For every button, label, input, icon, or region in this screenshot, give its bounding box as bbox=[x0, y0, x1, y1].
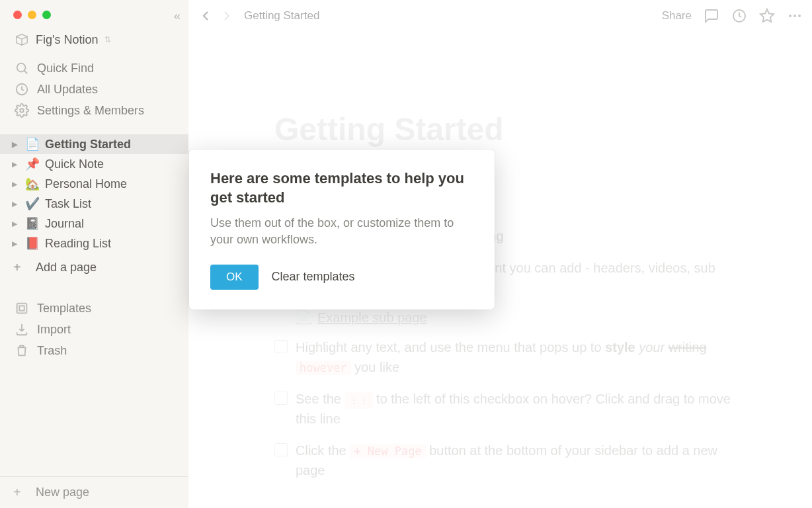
add-page-label: Add a page bbox=[36, 261, 97, 275]
gear-icon bbox=[15, 103, 29, 118]
toggle-triangle-icon[interactable]: ▶ bbox=[12, 200, 24, 208]
page-icon: 📓 bbox=[25, 216, 41, 231]
templates-modal: Here are some templates to help you get … bbox=[189, 149, 495, 310]
sidebar: « Fig's Notion ⇅ Quick Find All Updates bbox=[0, 0, 188, 508]
nav-label: Templates bbox=[37, 302, 91, 316]
sidebar-page-journal[interactable]: ▶ 📓 Journal bbox=[0, 214, 188, 233]
sidebar-page-personal-home[interactable]: ▶ 🏡 Personal Home bbox=[0, 174, 188, 194]
breadcrumb[interactable]: Getting Started bbox=[244, 9, 319, 22]
chevron-updown-icon: ⇅ bbox=[104, 35, 111, 44]
ok-button[interactable]: OK bbox=[210, 265, 259, 290]
templates-icon bbox=[15, 301, 29, 316]
topbar: Getting Started Share bbox=[188, 0, 812, 32]
toggle-triangle-icon[interactable]: ▶ bbox=[12, 180, 24, 189]
svg-line-1 bbox=[24, 71, 28, 74]
svg-point-9 bbox=[793, 15, 796, 17]
svg-point-0 bbox=[17, 64, 26, 72]
nav-import[interactable]: Import bbox=[0, 319, 188, 340]
page-icon: 🏡 bbox=[25, 177, 41, 191]
modal-title: Here are some templates to help you get … bbox=[210, 169, 473, 207]
nav-forward-button[interactable] bbox=[219, 8, 235, 24]
window-controls bbox=[0, 0, 188, 30]
nav-quick-find[interactable]: Quick Find bbox=[0, 58, 188, 79]
sub-page-link[interactable]: 📄 Example sub page bbox=[296, 310, 746, 325]
svg-point-8 bbox=[789, 15, 792, 17]
checkbox[interactable] bbox=[274, 340, 288, 353]
page-icon: 📌 bbox=[25, 157, 41, 171]
sidebar-page-task-list[interactable]: ▶ ✔️ Task List bbox=[0, 194, 188, 214]
nav-label: Import bbox=[37, 323, 71, 337]
search-icon bbox=[15, 61, 29, 75]
svg-marker-7 bbox=[760, 9, 774, 22]
svg-point-10 bbox=[798, 15, 801, 17]
workspace-name: Fig's Notion bbox=[36, 33, 98, 47]
svg-rect-5 bbox=[19, 306, 24, 310]
nav-all-updates[interactable]: All Updates bbox=[0, 79, 188, 100]
nav-label: Quick Find bbox=[37, 62, 94, 75]
page-label: Quick Note bbox=[45, 157, 104, 171]
nav-templates[interactable]: Templates bbox=[0, 298, 188, 319]
trash-icon bbox=[15, 343, 29, 358]
todo-text: Highlight any text, and use the menu tha… bbox=[296, 337, 746, 377]
drag-handle-icon: ⋮⋮ bbox=[345, 392, 373, 409]
todo-text: See the ⋮⋮ to the left of this checkbox … bbox=[296, 389, 746, 429]
nav-trash[interactable]: Trash bbox=[0, 340, 188, 361]
nav-label: Trash bbox=[37, 344, 67, 358]
nav-settings-members[interactable]: Settings & Members bbox=[0, 100, 188, 121]
updates-icon[interactable] bbox=[731, 8, 747, 24]
svg-rect-4 bbox=[17, 304, 27, 314]
maximize-window-button[interactable] bbox=[42, 11, 51, 19]
toggle-triangle-icon[interactable]: ▶ bbox=[12, 220, 24, 228]
favorite-icon[interactable] bbox=[759, 8, 775, 24]
nav-label: All Updates bbox=[37, 83, 98, 97]
toggle-triangle-icon[interactable]: ▶ bbox=[12, 160, 24, 169]
modal-description: Use them out of the box, or customize th… bbox=[210, 215, 473, 248]
clock-icon bbox=[15, 82, 29, 97]
page-label: Personal Home bbox=[45, 177, 127, 191]
page-icon: 📄 bbox=[25, 137, 41, 151]
checkbox[interactable] bbox=[274, 443, 288, 456]
todo-item[interactable]: Click the + New Page button at the botto… bbox=[274, 441, 746, 480]
todo-item[interactable]: Highlight any text, and use the menu tha… bbox=[274, 337, 746, 377]
todo-item[interactable]: See the ⋮⋮ to the left of this checkbox … bbox=[274, 389, 746, 429]
plus-icon: + bbox=[13, 260, 28, 275]
sidebar-page-reading-list[interactable]: ▶ 📕 Reading List bbox=[0, 233, 188, 253]
page-label: Getting Started bbox=[45, 138, 131, 151]
todo-text: Click the + New Page button at the botto… bbox=[296, 441, 746, 480]
sidebar-page-quick-note[interactable]: ▶ 📌 Quick Note bbox=[0, 154, 188, 174]
svg-point-3 bbox=[20, 108, 24, 112]
add-page-button[interactable]: + Add a page bbox=[0, 256, 188, 279]
workspace-switcher[interactable]: Fig's Notion ⇅ bbox=[0, 30, 188, 56]
clear-templates-button[interactable]: Clear templates bbox=[272, 270, 355, 284]
nav-label: Settings & Members bbox=[37, 104, 144, 118]
minimize-window-button[interactable] bbox=[28, 11, 36, 19]
checkbox[interactable] bbox=[274, 392, 288, 405]
share-button[interactable]: Share bbox=[662, 9, 692, 22]
collapse-sidebar-icon[interactable]: « bbox=[174, 9, 181, 23]
page-label: Reading List bbox=[45, 237, 111, 251]
page-icon: ✔️ bbox=[25, 196, 41, 211]
comments-icon[interactable] bbox=[704, 8, 719, 24]
nav-back-button[interactable] bbox=[198, 8, 214, 24]
toggle-triangle-icon[interactable]: ▶ bbox=[12, 140, 24, 149]
page-icon: 📄 bbox=[296, 310, 312, 325]
sidebar-page-getting-started[interactable]: ▶ 📄 Getting Started bbox=[0, 134, 188, 154]
page-title[interactable]: Getting Started bbox=[274, 111, 746, 148]
page-icon: 📕 bbox=[25, 236, 41, 251]
new-page-label: New page bbox=[36, 486, 89, 499]
workspace-icon bbox=[15, 32, 29, 47]
page-label: Journal bbox=[45, 217, 84, 231]
pages-list: ▶ 📄 Getting Started ▶ 📌 Quick Note ▶ 🏡 P… bbox=[0, 134, 188, 279]
more-icon[interactable] bbox=[787, 8, 803, 24]
plus-icon: + bbox=[13, 485, 28, 500]
page-label: Task List bbox=[45, 197, 91, 211]
new-page-button[interactable]: + New page bbox=[0, 476, 188, 508]
close-window-button[interactable] bbox=[13, 11, 22, 19]
toggle-triangle-icon[interactable]: ▶ bbox=[12, 239, 24, 248]
download-icon bbox=[15, 322, 29, 337]
